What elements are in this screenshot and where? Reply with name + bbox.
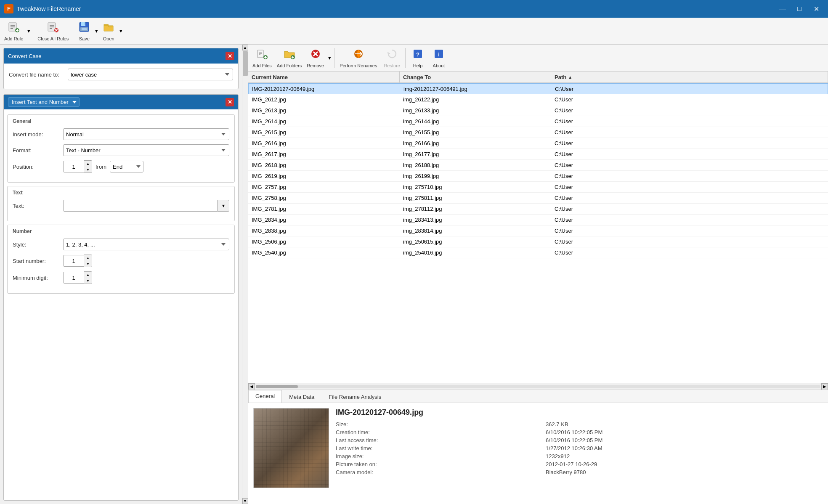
add-files-button[interactable]: Add Files bbox=[250, 46, 274, 70]
restore-button[interactable]: Restore bbox=[380, 46, 403, 70]
text-input-dropdown-btn[interactable]: ▾ bbox=[218, 200, 229, 212]
scroll-up-arrow[interactable]: ▲ bbox=[242, 45, 248, 50]
col-header-change[interactable]: Change To bbox=[400, 72, 551, 82]
right-toolbar: Add Files Add Folders Remove bbox=[248, 45, 828, 72]
tab-general[interactable]: General bbox=[248, 390, 282, 403]
left-panel-scrollbar[interactable]: ▲ ▼ bbox=[242, 45, 248, 504]
file-cell-change: img_278112.jpg bbox=[400, 206, 551, 212]
file-row[interactable]: IMG_2757.jpg img_275710.jpg C:\User bbox=[248, 182, 828, 193]
insert-mode-select[interactable]: Normal Prefix Suffix Insert at position bbox=[63, 128, 229, 140]
open-arrow[interactable]: ▾ bbox=[118, 19, 124, 43]
help-button[interactable]: ? Help bbox=[407, 46, 428, 70]
remove-button[interactable]: Remove bbox=[304, 46, 326, 70]
remove-arrow[interactable]: ▾ bbox=[326, 46, 332, 70]
min-digit-down-btn[interactable]: ▼ bbox=[84, 278, 92, 284]
info-row-size: Size: 362.7 KB bbox=[336, 420, 823, 428]
insert-rule-close-btn[interactable]: ✕ bbox=[226, 98, 234, 106]
file-list-scroll[interactable]: IMG-20120127-00649.jpg img-20120127-0064… bbox=[248, 83, 828, 383]
scroll-track[interactable] bbox=[242, 50, 248, 498]
file-row[interactable]: IMG_2834.jpg img_283413.jpg C:\User bbox=[248, 215, 828, 225]
text-input[interactable] bbox=[63, 200, 218, 212]
min-digit-up-btn[interactable]: ▲ bbox=[84, 272, 92, 278]
perform-renames-button[interactable]: Perform Renames bbox=[336, 46, 380, 70]
start-up-btn[interactable]: ▲ bbox=[84, 255, 92, 261]
add-rule-icon bbox=[8, 21, 20, 35]
file-row[interactable]: IMG_2619.jpg img_26199.jpg C:\User bbox=[248, 171, 828, 182]
file-row[interactable]: IMG-20120127-00649.jpg img-20120127-0064… bbox=[248, 83, 828, 94]
scroll-right-arrow[interactable]: ▶ bbox=[821, 383, 828, 390]
save-button[interactable]: Save bbox=[75, 19, 93, 43]
format-select[interactable]: Text - Number Number - Text Text Only Nu… bbox=[63, 144, 229, 156]
convert-case-title: Convert Case bbox=[8, 53, 41, 59]
min-digit-spin-buttons: ▲ ▼ bbox=[84, 271, 92, 284]
insert-mode-label: Insert mode: bbox=[13, 131, 63, 138]
file-row[interactable]: IMG_2617.jpg img_26177.jpg C:\User bbox=[248, 149, 828, 160]
file-info: IMG-20120127-00649.jpg Size: 362.7 KB Cr… bbox=[336, 408, 823, 499]
file-row[interactable]: IMG_2613.jpg img_26133.jpg C:\User bbox=[248, 105, 828, 116]
save-icon bbox=[78, 21, 90, 35]
file-cell-current: IMG_2613.jpg bbox=[248, 107, 400, 114]
image-size-label: Image size: bbox=[336, 452, 546, 460]
file-cell-change: img_283413.jpg bbox=[400, 217, 551, 223]
svg-rect-18 bbox=[85, 22, 85, 25]
file-row[interactable]: IMG_2758.jpg img_275811.jpg C:\User bbox=[248, 193, 828, 204]
about-button[interactable]: i About bbox=[428, 46, 449, 70]
file-cell-change: img-20120127-006491.jpg bbox=[400, 86, 552, 92]
col-header-current[interactable]: Current Name bbox=[248, 72, 400, 82]
horizontal-scrollbar[interactable]: ◀ ▶ bbox=[248, 383, 828, 390]
file-row[interactable]: IMG_2612.jpg img_26122.jpg C:\User bbox=[248, 94, 828, 105]
maximize-button[interactable]: □ bbox=[792, 3, 807, 15]
h-scroll-track[interactable] bbox=[256, 385, 820, 388]
scroll-left-arrow[interactable]: ◀ bbox=[248, 383, 255, 390]
size-value: 362.7 KB bbox=[546, 420, 823, 428]
scroll-down-arrow[interactable]: ▼ bbox=[242, 498, 248, 504]
style-select[interactable]: 1, 2, 3, 4, ... 01, 02, 03, ... a, b, c,… bbox=[63, 239, 229, 250]
add-folders-label: Add Folders bbox=[277, 63, 302, 68]
file-row[interactable]: IMG_2838.jpg img_283814.jpg C:\User bbox=[248, 225, 828, 236]
file-row[interactable]: IMG_2781.jpg img_278112.jpg C:\User bbox=[248, 204, 828, 215]
min-digit-input[interactable] bbox=[63, 272, 84, 284]
bottom-tabs: General Meta Data File Rename Analysis bbox=[248, 390, 828, 403]
scroll-thumb[interactable] bbox=[243, 51, 248, 76]
convert-case-close-btn[interactable]: ✕ bbox=[226, 52, 234, 60]
from-select[interactable]: End Begin bbox=[110, 161, 143, 172]
position-input[interactable] bbox=[63, 161, 84, 172]
start-down-btn[interactable]: ▼ bbox=[84, 261, 92, 267]
position-label: Position: bbox=[13, 164, 63, 170]
write-value: 1/27/2012 10:26:30 AM bbox=[546, 444, 823, 452]
start-number-input[interactable] bbox=[63, 255, 84, 267]
add-rule-arrow[interactable]: ▾ bbox=[26, 19, 32, 43]
col-header-path[interactable]: Path ▲ bbox=[551, 72, 828, 82]
start-number-spinner: ▲ ▼ bbox=[63, 255, 92, 267]
tab-metadata[interactable]: Meta Data bbox=[282, 391, 321, 403]
min-digit-label: Minimum digit: bbox=[13, 275, 63, 281]
rule-type-select[interactable]: Insert Text and Number Convert Case Remo… bbox=[8, 97, 80, 107]
file-row[interactable]: IMG_2614.jpg img_26144.jpg C:\User bbox=[248, 116, 828, 127]
close-all-rules-button[interactable]: Close All Rules bbox=[35, 19, 71, 43]
remove-btn-group: Remove ▾ bbox=[304, 46, 332, 70]
open-button[interactable]: Open bbox=[99, 19, 118, 43]
perform-renames-icon bbox=[353, 48, 364, 62]
file-row[interactable]: IMG_2615.jpg img_26155.jpg C:\User bbox=[248, 127, 828, 138]
format-label: Format: bbox=[13, 147, 63, 154]
close-button[interactable]: ✕ bbox=[809, 3, 824, 15]
file-cell-path: C:\User bbox=[551, 96, 828, 103]
file-row[interactable]: IMG_2616.jpg img_26166.jpg C:\User bbox=[248, 138, 828, 149]
start-spin-buttons: ▲ ▼ bbox=[84, 255, 92, 267]
position-up-btn[interactable]: ▲ bbox=[84, 161, 92, 167]
file-row[interactable]: IMG_2540.jpg img_254016.jpg C:\User bbox=[248, 247, 828, 258]
position-down-btn[interactable]: ▼ bbox=[84, 167, 92, 172]
tab-analysis[interactable]: File Rename Analysis bbox=[321, 391, 388, 403]
convert-case-select[interactable]: lower case UPPER CASE Title Case Sentenc… bbox=[68, 69, 233, 80]
save-arrow[interactable]: ▾ bbox=[93, 19, 99, 43]
add-folders-button[interactable]: Add Folders bbox=[274, 46, 304, 70]
add-rule-button[interactable]: Add Rule bbox=[2, 19, 26, 43]
minimize-button[interactable]: — bbox=[775, 3, 790, 15]
add-folders-btn-group: Add Folders bbox=[274, 46, 304, 70]
file-rows-container: IMG-20120127-00649.jpg img-20120127-0064… bbox=[248, 83, 828, 258]
file-cell-current: IMG_2616.jpg bbox=[248, 140, 400, 146]
file-row[interactable]: IMG_2506.jpg img_250615.jpg C:\User bbox=[248, 236, 828, 247]
h-scroll-thumb[interactable] bbox=[256, 385, 298, 388]
file-row[interactable]: IMG_2618.jpg img_26188.jpg C:\User bbox=[248, 160, 828, 171]
file-thumbnail bbox=[253, 408, 329, 488]
